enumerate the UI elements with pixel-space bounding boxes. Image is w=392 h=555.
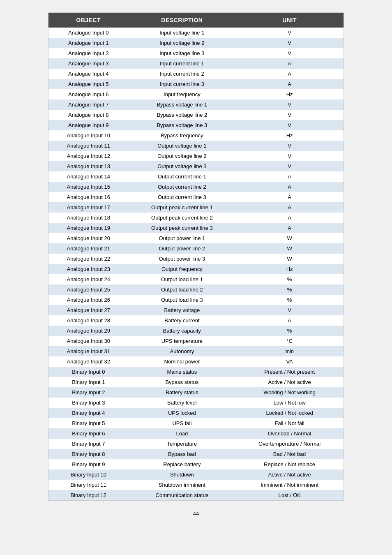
cell-object: Binary Input 2 [48, 387, 129, 398]
cell-unit: A [235, 58, 344, 69]
cell-unit: Replace / Not replace [235, 459, 344, 469]
cell-object: Analogue Input 31 [48, 346, 129, 356]
cell-description: Input voltage line 2 [129, 38, 236, 48]
cell-object: Analogue Input 10 [48, 130, 129, 141]
table-row: Binary Input 12Communication statusLost … [48, 490, 344, 500]
cell-description: Bypass voltage line 2 [129, 110, 236, 120]
cell-object: Analogue Input 8 [48, 110, 129, 120]
cell-description: Output load line 2 [129, 284, 236, 295]
table-row: Binary Input 7TemperatureOvertemperature… [48, 439, 344, 449]
cell-description: Output load line 3 [129, 295, 236, 305]
cell-description: Bypass bad [129, 449, 236, 459]
table-row: Analogue Input 32Nominal powerVA [48, 356, 344, 367]
cell-description: Battery status [129, 387, 236, 398]
col-object-header: OBJECT [48, 13, 129, 28]
data-table: OBJECT DESCRIPTION UNIT Analogue Input 0… [48, 13, 344, 500]
cell-unit: Present / Not present [235, 367, 344, 377]
cell-description: Output current line 3 [129, 192, 236, 202]
cell-object: Binary Input 3 [48, 398, 129, 408]
table-row: Analogue Input 28Battery currentA [48, 315, 344, 326]
cell-unit: Locked / Not locked [235, 408, 344, 418]
cell-object: Analogue Input 14 [48, 171, 129, 182]
cell-object: Analogue Input 11 [48, 141, 129, 151]
cell-unit: Imminent / Not imminent [235, 480, 344, 490]
cell-object: Binary Input 0 [48, 367, 129, 377]
cell-unit: A [235, 223, 344, 233]
cell-unit: min [235, 346, 344, 356]
table-row: Binary Input 4UPS lockedLocked / Not loc… [48, 408, 344, 418]
cell-unit: Active / Not active [235, 377, 344, 387]
cell-object: Analogue Input 15 [48, 182, 129, 192]
cell-unit: V [235, 120, 344, 130]
cell-object: Analogue Input 21 [48, 243, 129, 254]
cell-description: Output load line 1 [129, 274, 236, 284]
cell-object: Analogue Input 12 [48, 151, 129, 161]
table-row: Analogue Input 15Output current line 2A [48, 182, 344, 192]
table-row: Analogue Input 7Bypass voltage line 1V [48, 99, 344, 110]
cell-description: Shutdown [129, 469, 236, 480]
cell-unit: A [235, 69, 344, 79]
cell-object: Analogue Input 22 [48, 254, 129, 264]
cell-unit: % [235, 326, 344, 336]
cell-description: Output power line 1 [129, 233, 236, 243]
cell-description: Shutdown imminent [129, 480, 236, 490]
cell-unit: Lost / OK [235, 490, 344, 500]
table-row: Binary Input 5UPS failFail / Not fail [48, 418, 344, 428]
cell-unit: Fail / Not fail [235, 418, 344, 428]
cell-description: Input voltage line 1 [129, 28, 236, 38]
cell-description: Autonomy [129, 346, 236, 356]
table-row: Analogue Input 29Battery capacity% [48, 326, 344, 336]
cell-unit: Active / Not active [235, 469, 344, 480]
cell-unit: W [235, 254, 344, 264]
col-unit-header: UNIT [235, 13, 344, 28]
table-row: Analogue Input 21Output power line 2W [48, 243, 344, 254]
page-number: - 44 - [190, 511, 202, 517]
cell-description: Output voltage line 3 [129, 161, 236, 171]
table-row: Analogue Input 2Input voltage line 3V [48, 48, 344, 58]
cell-unit: A [235, 202, 344, 213]
cell-unit: A [235, 182, 344, 192]
table-row: Analogue Input 4Input current line 2A [48, 69, 344, 79]
cell-description: UPS locked [129, 408, 236, 418]
cell-unit: Overtemperature / Normal [235, 439, 344, 449]
cell-unit: A [235, 171, 344, 182]
cell-object: Analogue Input 18 [48, 213, 129, 223]
table-row: Analogue Input 0Input voltage line 1V [48, 28, 344, 38]
cell-description: Bypass voltage line 1 [129, 99, 236, 110]
table-row: Analogue Input 20Output power line 1W [48, 233, 344, 243]
cell-object: Analogue Input 6 [48, 89, 129, 99]
cell-description: Input voltage line 3 [129, 48, 236, 58]
cell-object: Analogue Input 24 [48, 274, 129, 284]
cell-object: Analogue Input 28 [48, 315, 129, 326]
cell-object: Analogue Input 3 [48, 58, 129, 69]
table-row: Analogue Input 14Output current line 1A [48, 171, 344, 182]
cell-unit: W [235, 233, 344, 243]
cell-unit: A [235, 79, 344, 89]
cell-unit: % [235, 284, 344, 295]
cell-description: Battery current [129, 315, 236, 326]
cell-object: Analogue Input 27 [48, 305, 129, 315]
cell-object: Analogue Input 13 [48, 161, 129, 171]
cell-unit: Working / Not working [235, 387, 344, 398]
table-row: Analogue Input 5Input current line 3A [48, 79, 344, 89]
table-row: Analogue Input 11Output voltage line 1V [48, 141, 344, 151]
cell-unit: V [235, 48, 344, 58]
cell-description: Output current line 1 [129, 171, 236, 182]
cell-unit: V [235, 110, 344, 120]
cell-description: Output peak current line 1 [129, 202, 236, 213]
cell-description: Input current line 3 [129, 79, 236, 89]
cell-object: Analogue Input 5 [48, 79, 129, 89]
cell-description: Bypass frequency [129, 130, 236, 141]
cell-unit: V [235, 161, 344, 171]
table-row: Analogue Input 8Bypass voltage line 2V [48, 110, 344, 120]
cell-object: Binary Input 5 [48, 418, 129, 428]
cell-object: Binary Input 11 [48, 480, 129, 490]
cell-description: Output voltage line 2 [129, 151, 236, 161]
cell-description: Output power line 3 [129, 254, 236, 264]
table-row: Analogue Input 13Output voltage line 3V [48, 161, 344, 171]
cell-object: Analogue Input 4 [48, 69, 129, 79]
table-row: Binary Input 11Shutdown imminentImminent… [48, 480, 344, 490]
table-row: Analogue Input 17Output peak current lin… [48, 202, 344, 213]
cell-description: UPS temperature [129, 336, 236, 346]
table-row: Binary Input 2Battery statusWorking / No… [48, 387, 344, 398]
